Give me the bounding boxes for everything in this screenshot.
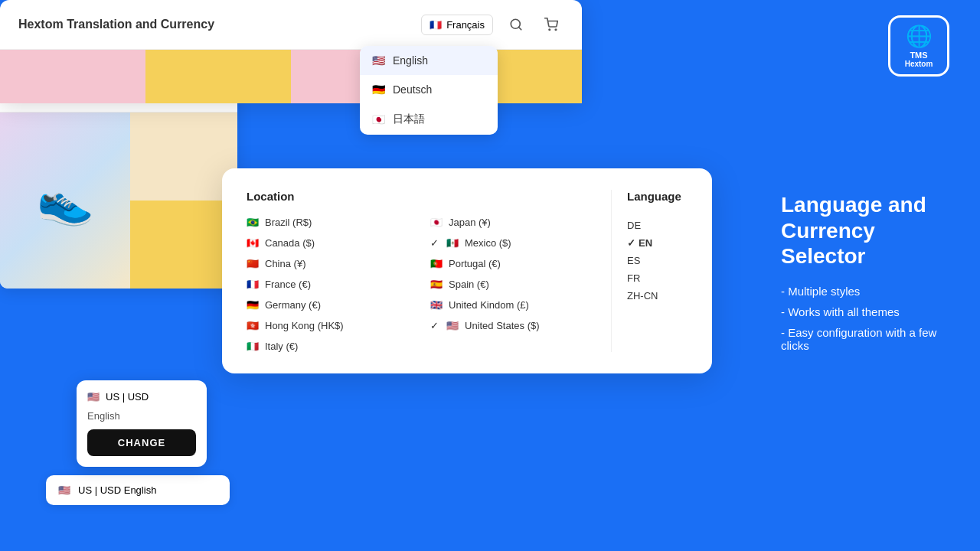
feature-item: - Multiple styles [781,284,949,297]
cart-btn[interactable] [539,12,564,37]
label-mexico: Mexico ($) [465,237,511,249]
browser-window: Hextom Translation and Currency 🇫🇷 Franç… [0,0,582,103]
location-mexico[interactable]: ✓ 🇲🇽 Mexico ($) [430,237,596,249]
tms-label: TMS [910,51,927,60]
flag-uk: 🇬🇧 [430,299,443,311]
lang-label-deutsch: Deutsch [393,83,432,96]
svg-point-3 [555,29,557,31]
location-modal: Location 🇧🇷 Brazil (R$) 🇯🇵 Japan (¥) 🇨🇦 … [222,168,712,373]
selector-lang: English [87,410,196,422]
flag-us: 🇺🇸 [446,320,459,331]
currency-label: US | USD [106,391,149,403]
location-title: Location [247,190,596,203]
lang-dropdown: 🇺🇸 English 🇩🇪 Deutsch 🇯🇵 日本語 [360,46,498,135]
flag-germany: 🇩🇪 [247,299,259,311]
features-list: - Multiple styles - Works with all theme… [781,284,949,351]
de-flag: 🇩🇪 [372,83,385,96]
location-us[interactable]: ✓ 🇺🇸 United States ($) [430,320,596,331]
flag-mexico: 🇲🇽 [446,237,459,249]
flag-canada: 🇨🇦 [247,237,259,249]
label-china: China (¥) [265,258,305,269]
modal-sections: Location 🇧🇷 Brazil (R$) 🇯🇵 Japan (¥) 🇨🇦 … [247,190,688,352]
label-germany: Germany (€) [265,299,321,311]
selector-currency-row: 🇺🇸 US | USD [87,391,196,403]
globe-icon: 🌐 [906,24,933,49]
status-bar: 🇺🇸 US | USD English [46,475,230,505]
modal-language: Language DE ✓EN ES FR ZH-CN [611,190,688,352]
right-panel-heading: Language and Currency Selector [781,192,949,269]
label-italy: Italy (€) [265,341,298,352]
lang-option-english[interactable]: 🇺🇸 English [360,46,498,75]
status-label: US | USD English [78,484,156,496]
selector-widget: 🇺🇸 US | USD English CHANGE [77,380,207,467]
lang-de[interactable]: DE [627,217,688,234]
flag-japan: 🇯🇵 [430,217,443,228]
location-hongkong[interactable]: 🇭🇰 Hong Kong (HK$) [247,320,412,331]
location-canada[interactable]: 🇨🇦 Canada ($) [247,237,412,249]
label-france: France (€) [265,279,311,290]
location-spain[interactable]: 🇪🇸 Spain (€) [430,279,596,290]
en-checkmark: ✓ [627,237,635,249]
location-italy[interactable]: 🇮🇹 Italy (€) [247,341,412,352]
svg-point-2 [549,29,550,31]
modal-location: Location 🇧🇷 Brazil (R$) 🇯🇵 Japan (¥) 🇨🇦 … [247,190,596,352]
status-flag: 🇺🇸 [58,484,70,496]
label-canada: Canada ($) [265,237,315,249]
label-us: United States ($) [465,320,540,331]
language-title: Language [627,190,688,203]
location-brazil[interactable]: 🇧🇷 Brazil (R$) [247,217,412,228]
browser-title: Hextom Translation and Currency [18,18,214,31]
browser-header: Hextom Translation and Currency 🇫🇷 Franç… [0,0,582,50]
check-mexico: ✓ [430,237,439,249]
flag-italy: 🇮🇹 [247,341,259,352]
feature-item: - Easy configuration with a few clicks [781,325,949,351]
product-images-inner: 👟 [0,112,237,289]
change-button[interactable]: CHANGE [87,429,196,456]
svg-line-1 [518,27,521,29]
french-flag: 🇫🇷 [430,19,442,31]
search-btn[interactable] [504,12,528,37]
location-germany[interactable]: 🇩🇪 Germany (€) [247,299,412,311]
location-grid: 🇧🇷 Brazil (R$) 🇯🇵 Japan (¥) 🇨🇦 Canada ($… [247,217,596,352]
us-flag-widget: 🇺🇸 [87,391,100,403]
lang-zhcn[interactable]: ZH-CN [627,287,688,305]
product-thumb-1 [130,112,237,201]
hextom-label: Hextom [905,60,933,68]
lang-selector-btn[interactable]: 🇫🇷 Français [421,15,493,35]
label-japan: Japan (¥) [449,217,491,228]
flag-brazil: 🇧🇷 [247,217,259,228]
location-china[interactable]: 🇨🇳 China (¥) [247,258,412,269]
flag-hongkong: 🇭🇰 [247,320,259,331]
label-spain: Spain (€) [449,279,489,290]
inner-browser: Hextom Translation and Currency 👟 [0,80,237,289]
feature-item: - Works with all themes [781,305,949,318]
lang-label-english: English [393,54,428,67]
product-img-2 [145,50,291,103]
location-japan[interactable]: 🇯🇵 Japan (¥) [430,217,596,228]
label-hongkong: Hong Kong (HK$) [265,320,344,331]
flag-portugal: 🇵🇹 [430,258,443,269]
product-thumb-2 [130,201,237,289]
flag-spain: 🇪🇸 [430,279,443,290]
location-uk[interactable]: 🇬🇧 United Kindom (£) [430,299,596,311]
lang-fr[interactable]: FR [627,269,688,287]
product-img-1 [0,50,145,103]
lang-option-deutsch[interactable]: 🇩🇪 Deutsch [360,75,498,104]
label-brazil: Brazil (R$) [265,217,312,228]
lang-en[interactable]: ✓EN [627,234,688,252]
lang-es[interactable]: ES [627,252,688,269]
check-us: ✓ [430,320,439,331]
right-panel: Language and Currency Selector - Multipl… [781,192,949,360]
us-flag: 🇺🇸 [372,54,385,67]
product-main-img: 👟 [0,112,130,289]
browser-nav-right: 🇫🇷 Français [421,12,564,37]
flag-china: 🇨🇳 [247,258,259,269]
lang-option-japanese[interactable]: 🇯🇵 日本語 [360,104,498,135]
location-france[interactable]: 🇫🇷 France (€) [247,279,412,290]
flag-france: 🇫🇷 [247,279,259,290]
label-portugal: Portugal (€) [449,258,501,269]
current-lang-label: Français [446,19,485,31]
lang-label-japanese: 日本語 [393,112,425,126]
label-uk: United Kindom (£) [449,299,529,311]
location-portugal[interactable]: 🇵🇹 Portugal (€) [430,258,596,269]
